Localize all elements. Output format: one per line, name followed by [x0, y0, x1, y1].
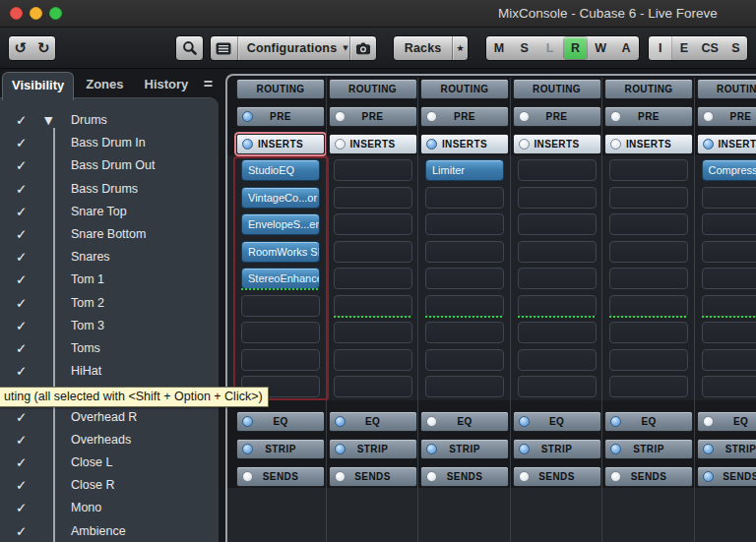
insert-slot-plugin[interactable]: VintageCo...or	[241, 187, 320, 209]
insert-slot-plugin[interactable]: EnvelopeS...er	[241, 213, 320, 235]
rack-on-indicator[interactable]	[335, 139, 346, 150]
sends-rack-button[interactable]: SENDS	[420, 466, 509, 487]
sends-rack-button[interactable]: SENDS	[513, 466, 601, 487]
insert-split-line[interactable]	[702, 316, 756, 318]
pre-rack-button[interactable]: PRE	[420, 106, 509, 127]
routing-rack-button[interactable]: ROUTING	[697, 79, 756, 99]
zoom-button[interactable]	[49, 7, 62, 20]
insert-slot-empty[interactable]	[702, 241, 756, 263]
visibility-row-tom-3[interactable]: ✓Tom 3	[0, 315, 219, 337]
rack-on-indicator[interactable]	[703, 444, 714, 454]
snapshot-button[interactable]	[349, 36, 376, 60]
visibility-row-close-l[interactable]: ✓Close L	[0, 452, 219, 474]
channel-filter-button[interactable]	[211, 36, 237, 60]
pre-rack-button[interactable]: PRE	[513, 106, 601, 127]
rack-on-indicator[interactable]	[242, 416, 253, 427]
rack-on-indicator[interactable]	[703, 416, 714, 427]
insert-slot-empty[interactable]	[425, 213, 504, 235]
visibility-row-hihat[interactable]: ✓HiHat	[0, 360, 219, 383]
inserts-rack-button[interactable]: INSERTS	[513, 134, 601, 154]
sends-rack-button[interactable]: SENDS	[329, 466, 417, 487]
visibility-row-snare-bottom[interactable]: ✓Snare Bottom	[0, 223, 219, 246]
rack-on-indicator[interactable]	[335, 444, 346, 454]
eq-rack-button[interactable]: EQ	[236, 411, 325, 432]
insert-slot-empty[interactable]	[334, 213, 412, 235]
check-icon[interactable]: ✓	[16, 406, 27, 429]
rack-on-indicator[interactable]	[426, 111, 437, 122]
rack-on-indicator[interactable]	[703, 139, 714, 150]
rack-on-indicator[interactable]	[426, 139, 437, 150]
visibility-row-ambience[interactable]: ✓Ambience	[0, 520, 219, 542]
expander-icon[interactable]: ▼	[44, 109, 52, 132]
sends-rack-button[interactable]: SENDS	[604, 466, 693, 487]
strip-rack-button[interactable]: STRIP	[236, 439, 325, 459]
insert-slot-empty[interactable]	[425, 187, 504, 209]
toolbar-button-l[interactable]: L	[537, 36, 563, 60]
strip-rack-button[interactable]: STRIP	[604, 439, 693, 459]
insert-slot-empty[interactable]	[518, 213, 597, 235]
routing-rack-button[interactable]: ROUTING	[420, 79, 509, 99]
visibility-row-bass-drums[interactable]: ✓Bass Drums	[0, 178, 219, 201]
insert-slot-empty[interactable]	[334, 241, 412, 263]
close-button[interactable]	[10, 7, 23, 20]
rack-on-indicator[interactable]	[426, 471, 437, 482]
insert-split-line[interactable]	[334, 316, 412, 318]
check-icon[interactable]: ✓	[16, 246, 27, 269]
visibility-row-toms[interactable]: ✓Toms	[0, 337, 219, 360]
rack-on-indicator[interactable]	[703, 111, 714, 122]
rack-on-indicator[interactable]	[703, 471, 714, 482]
insert-slot-empty[interactable]	[425, 241, 504, 263]
routing-rack-button[interactable]: ROUTING	[604, 79, 693, 99]
rack-on-indicator[interactable]	[610, 139, 621, 150]
visibility-row-tom-1[interactable]: ✓Tom 1	[0, 269, 219, 291]
insert-slot-empty[interactable]	[609, 376, 688, 397]
insert-slot-plugin[interactable]: RoomWorks SE	[241, 241, 320, 263]
toolbar-button-w[interactable]: W	[588, 36, 613, 60]
insert-slot-empty[interactable]	[518, 349, 597, 371]
pre-rack-button[interactable]: PRE	[236, 106, 325, 127]
insert-slot-empty[interactable]	[518, 187, 597, 209]
check-icon[interactable]: ✓	[16, 223, 27, 246]
rack-on-indicator[interactable]	[335, 111, 346, 122]
toolbar-button-i[interactable]: I	[649, 36, 672, 60]
insert-slot-plugin[interactable]: Compressor	[702, 159, 756, 181]
rack-on-indicator[interactable]	[519, 416, 530, 427]
insert-slot-empty[interactable]	[334, 159, 412, 181]
redo-icon[interactable]: ↻	[32, 36, 56, 60]
visibility-row-bass-drum-out[interactable]: ✓Bass Drum Out	[0, 154, 219, 177]
insert-slot-empty[interactable]	[702, 187, 756, 209]
rack-on-indicator[interactable]	[335, 471, 346, 482]
visibility-row-tom-2[interactable]: ✓Tom 2	[0, 292, 219, 315]
rack-on-indicator[interactable]	[519, 111, 530, 122]
visibility-row-close-r[interactable]: ✓Close R	[0, 474, 219, 497]
insert-split-line[interactable]	[425, 316, 504, 318]
check-icon[interactable]: ✓	[16, 201, 27, 223]
insert-slot-empty[interactable]	[334, 268, 412, 289]
check-icon[interactable]: ✓	[16, 497, 27, 519]
insert-slot-empty[interactable]	[609, 295, 688, 317]
visibility-row-bass-drum-in[interactable]: ✓Bass Drum In	[0, 132, 219, 154]
check-icon[interactable]: ✓	[16, 292, 27, 315]
check-icon[interactable]: ✓	[16, 452, 27, 474]
strip-rack-button[interactable]: STRIP	[420, 439, 509, 459]
eq-rack-button[interactable]: EQ	[513, 411, 601, 432]
insert-slot-empty[interactable]	[702, 295, 756, 317]
insert-split-line[interactable]	[609, 316, 688, 318]
strip-rack-button[interactable]: STRIP	[697, 439, 756, 459]
strip-rack-button[interactable]: STRIP	[329, 439, 417, 459]
sends-rack-button[interactable]: SENDS	[236, 466, 325, 487]
insert-slot-empty[interactable]	[334, 187, 412, 209]
check-icon[interactable]: ✓	[16, 269, 27, 291]
routing-rack-button[interactable]: ROUTING	[329, 79, 417, 99]
check-icon[interactable]: ✓	[16, 360, 27, 383]
insert-slot-plugin[interactable]: Limiter	[425, 159, 504, 181]
insert-slot-empty[interactable]	[702, 376, 756, 397]
insert-slot-empty[interactable]	[518, 159, 597, 181]
eq-rack-button[interactable]: EQ	[697, 411, 756, 432]
insert-slot-empty[interactable]	[609, 213, 688, 235]
minimize-button[interactable]	[30, 7, 42, 20]
eq-rack-button[interactable]: EQ	[420, 411, 509, 432]
inserts-rack-button[interactable]: INSERTS	[420, 134, 509, 154]
check-icon[interactable]: ✓	[16, 474, 27, 497]
visibility-row-overhead-r[interactable]: ✓Overhead R	[0, 406, 219, 429]
